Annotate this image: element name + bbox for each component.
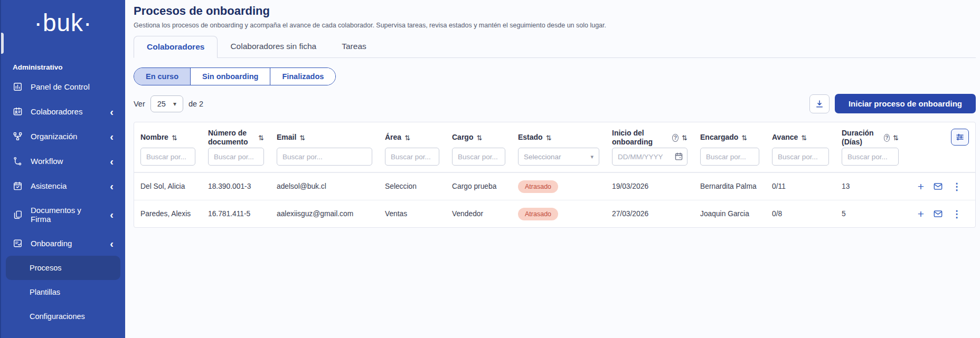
sidebar-item-label: Documentos y Firma [31, 206, 102, 224]
sliders-icon [955, 132, 965, 142]
sidebar-subitem-configuraciones[interactable]: Configuraciones [1, 304, 125, 329]
sidebar-item-onboarding[interactable]: Onboarding ‹ [1, 231, 125, 256]
sidebar-subitem-procesos[interactable]: Procesos [6, 256, 120, 280]
sidebar-item-colaboradores[interactable]: Colaboradores ‹ [1, 99, 125, 124]
sidebar-subitem-plantillas[interactable]: Plantillas [1, 280, 125, 304]
sort-icon[interactable]: ⇅ [893, 134, 899, 142]
tab-colaboradores-sin-ficha[interactable]: Colaboradores sin ficha [218, 36, 329, 57]
cell-email: aalexiisguz@gmail.com [270, 210, 379, 218]
mail-icon[interactable] [933, 209, 943, 219]
filter-en-curso[interactable]: En curso [134, 68, 190, 85]
cell-area: Seleccion [379, 182, 446, 190]
column-header-avance: Avance [772, 133, 798, 142]
filter-input-nombre[interactable] [140, 148, 195, 166]
filter-input-encargado[interactable] [700, 148, 759, 166]
filter-sin-onboarding[interactable]: Sin onboarding [190, 68, 270, 85]
cell-email: adelsol@buk.cl [270, 182, 379, 190]
clipboard-list-icon [13, 238, 23, 248]
sort-icon[interactable]: ⇅ [741, 134, 747, 142]
chevron-left-icon[interactable]: ‹ [110, 182, 114, 190]
filter-input-email[interactable] [277, 148, 372, 166]
add-task-icon[interactable]: + [918, 208, 924, 219]
sidebar-item-label: Organización [31, 132, 102, 141]
more-options-icon[interactable]: ⋮ [952, 209, 962, 219]
sidebar-item-panel-de-control[interactable]: Panel de Control [1, 74, 125, 99]
sort-icon[interactable]: ⇅ [682, 134, 687, 142]
dashboard-icon [13, 82, 23, 92]
tab-tareas[interactable]: Tareas [329, 36, 379, 57]
sort-icon[interactable]: ⇅ [258, 134, 264, 142]
filter-input-duracion[interactable] [842, 148, 899, 166]
more-options-icon[interactable]: ⋮ [952, 182, 962, 191]
download-icon [815, 99, 824, 109]
sort-icon[interactable]: ⇅ [299, 134, 305, 142]
filter-input-numero-documento[interactable] [208, 148, 264, 166]
calendar-icon[interactable] [674, 152, 683, 163]
table-filter-row: Seleccionar ▾ [134, 148, 975, 172]
chevron-down-icon: ▾ [590, 153, 593, 160]
status-badge: Atrasado [518, 208, 558, 220]
sidebar-item-label: Colaboradores [31, 107, 102, 116]
sidebar: ·buk· Administrativo Panel de Control Co… [0, 0, 125, 338]
onboarding-table: Nombre⇅ Número de documento⇅ Email⇅ Área… [134, 122, 976, 228]
cell-documento: 18.390.001-3 [202, 182, 270, 190]
cell-duracion: 5 [835, 210, 905, 218]
sidebar-item-asistencia[interactable]: Asistencia ‹ [1, 173, 125, 198]
cell-inicio: 27/03/2026 [606, 210, 694, 218]
buk-logo: ·buk· [1, 8, 125, 37]
sort-icon[interactable]: ⇅ [546, 134, 552, 142]
documents-icon [13, 210, 23, 220]
column-settings-button[interactable] [951, 129, 969, 146]
mail-icon[interactable] [933, 181, 943, 191]
cell-nombre: Paredes, Alexis [134, 210, 202, 218]
sort-icon[interactable]: ⇅ [404, 134, 410, 142]
cell-nombre: Del Sol, Alicia [134, 182, 202, 190]
start-onboarding-button[interactable]: Iniciar proceso de onboarding [835, 94, 976, 113]
add-task-icon[interactable]: + [918, 181, 924, 192]
sidebar-item-label: Asistencia [31, 181, 102, 190]
cell-cargo: Vendedor [446, 210, 512, 218]
chevron-left-icon[interactable]: ‹ [110, 211, 114, 218]
sort-icon[interactable]: ⇅ [476, 134, 482, 142]
tab-colaboradores[interactable]: Colaboradores [134, 36, 218, 58]
cell-encargado: Joaquin Garcia [694, 210, 766, 218]
sidebar-item-label: Panel de Control [31, 82, 117, 91]
table-row: Del Sol, Alicia 18.390.001-3 adelsol@buk… [134, 172, 975, 200]
filter-input-area[interactable] [385, 148, 439, 166]
filter-finalizados[interactable]: Finalizados [270, 68, 335, 85]
cell-duracion: 13 [835, 182, 905, 190]
page-title: Procesos de onboarding [134, 4, 976, 18]
sort-icon[interactable]: ⇅ [801, 134, 807, 142]
download-button[interactable] [809, 94, 830, 113]
help-icon[interactable]: ? [884, 134, 890, 142]
cell-documento: 16.781.411-5 [202, 210, 270, 218]
cell-cargo: Cargo prueba [446, 182, 512, 190]
page-size-label: Ver [134, 100, 145, 108]
column-header-estado: Estado [518, 133, 543, 142]
cell-encargado: Bernardita Palma [694, 182, 766, 190]
calendar-check-icon [13, 181, 23, 191]
workflow-icon [13, 156, 23, 166]
column-header-cargo: Cargo [452, 133, 473, 142]
filter-input-avance[interactable] [772, 148, 829, 166]
chevron-left-icon[interactable]: ‹ [110, 158, 114, 165]
chevron-left-icon[interactable]: ‹ [110, 133, 114, 140]
chevron-left-icon[interactable]: ‹ [110, 240, 114, 247]
chevron-left-icon[interactable]: ‹ [110, 108, 114, 115]
sort-icon[interactable]: ⇅ [172, 134, 177, 142]
help-icon[interactable]: ? [672, 134, 679, 142]
column-header-email: Email [277, 133, 296, 142]
filter-input-cargo[interactable] [452, 148, 505, 166]
page-size-value: 25 [157, 100, 166, 108]
main-content: Procesos de onboarding Gestiona los proc… [125, 0, 980, 338]
page-size-select[interactable]: 25 ▾ [150, 95, 183, 112]
sidebar-collapse-handle[interactable] [1, 33, 4, 54]
filter-select-estado[interactable]: Seleccionar ▾ [518, 148, 599, 166]
sidebar-item-workflow[interactable]: Workflow ‹ [1, 149, 125, 173]
column-header-numero-documento: Número de documento [208, 129, 255, 147]
id-card-icon [13, 107, 23, 117]
sidebar-item-organizacion[interactable]: Organización ‹ [1, 124, 125, 149]
tab-bar: Colaboradores Colaboradores sin ficha Ta… [134, 36, 976, 58]
sidebar-item-label: Onboarding [31, 239, 102, 248]
sidebar-item-documentos-y-firma[interactable]: Documentos y Firma ‹ [1, 198, 125, 231]
